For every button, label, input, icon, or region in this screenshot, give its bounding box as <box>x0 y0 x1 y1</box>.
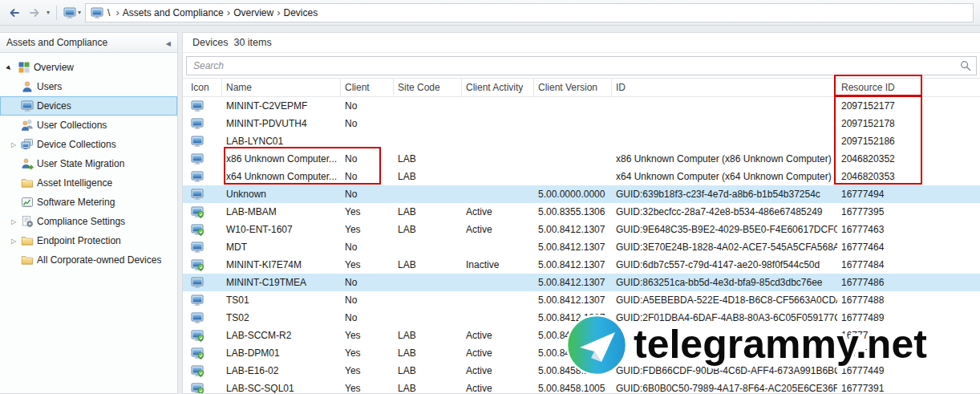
cell-activity <box>462 115 534 132</box>
cell-client: No <box>341 238 394 256</box>
cell-resource: 2046820352 <box>837 150 921 168</box>
sidebar-item-label: Overview <box>34 62 74 73</box>
breadcrumb-item-overview[interactable]: Overview <box>233 7 273 18</box>
table-row[interactable]: TS01No5.00.8412.1307GUID:A5EBEBDA-522E-4… <box>183 291 980 309</box>
breadcrumb-item-devices[interactable]: Devices <box>284 7 318 18</box>
sidebar-item-devices[interactable]: Devices <box>0 96 177 116</box>
sccm-console-window: ▾ ▾ \ ›Assets and Compliance›Overview›De… <box>0 0 980 394</box>
computer-icon <box>183 291 222 309</box>
cell-activity <box>462 132 534 150</box>
cell-name: MININT-C2VEPMF <box>222 97 341 115</box>
folder-icon <box>21 254 34 266</box>
table-row[interactable]: UnknownNo5.00.0000.0000GUID:639b18f3-c23… <box>183 185 980 203</box>
sidebar-item-user-state-migration[interactable]: User State Migration <box>0 154 177 173</box>
navigation-tree: OverviewUsersDevicesUser CollectionsDevi… <box>0 53 177 270</box>
cell-version: 5.00.0000.0000 <box>534 185 612 203</box>
cell-version: 5.00.8412.1307 <box>534 274 612 291</box>
table-row[interactable]: LAB-E16-02YesLABActive5.00.8458.1005GUID… <box>183 362 980 380</box>
forward-button[interactable] <box>26 5 43 21</box>
table-header-row: IconNameClientSite CodeClient ActivityCl… <box>183 78 980 97</box>
tree-expander[interactable] <box>10 141 18 148</box>
column-header-client-version[interactable]: Client Version <box>534 79 612 96</box>
cell-version: 5.00.8412.1307 <box>534 221 612 238</box>
table-row[interactable]: TS02No5.00.8412.1307GUID:2F01DBA4-6DAF-4… <box>183 309 980 327</box>
table-row[interactable]: MDTNo5.00.8412.1307GUID:3E70E24B-1828-4A… <box>183 238 980 256</box>
cell-client: Yes <box>341 362 394 380</box>
table-row[interactable]: x86 Unknown Computer...NoLABx86 Unknown … <box>183 150 980 168</box>
search-bar <box>186 56 977 75</box>
cell-site <box>394 185 462 203</box>
breadcrumb-item-assets-and-compliance[interactable]: Assets and Compliance <box>123 7 224 18</box>
cell-version: 5.00.845 <box>534 344 612 362</box>
table-row[interactable]: x64 Unknown Computer...NoLABx64 Unknown … <box>183 168 980 185</box>
cell-site: LAB <box>394 221 462 238</box>
cell-client: No <box>341 150 394 168</box>
table-row[interactable]: W10-ENT-1607YesLABActive5.00.8412.1307GU… <box>183 221 980 238</box>
column-header-icon[interactable]: Icon <box>183 79 222 96</box>
cell-activity <box>462 150 534 168</box>
search-input[interactable] <box>186 56 977 75</box>
column-header-client[interactable]: Client <box>341 79 394 96</box>
folder-icon <box>21 234 34 247</box>
breadcrumb-icon <box>91 6 103 19</box>
table-row[interactable]: MININT-KI7E74MYesLABInactive5.00.8412.13… <box>183 256 980 274</box>
cell-resource: 16777494 <box>837 185 921 203</box>
computer-icon <box>21 100 34 112</box>
sidebar-item-asset-intelligence[interactable]: Asset Intelligence <box>0 173 177 193</box>
sidebar-item-label: Devices <box>37 100 71 112</box>
cell-client: Yes <box>341 344 394 362</box>
sidebar-item-device-collections[interactable]: Device Collections <box>0 135 177 154</box>
back-button[interactable] <box>6 5 22 21</box>
tree-expander[interactable] <box>10 238 18 245</box>
column-header-id[interactable]: ID <box>612 79 837 96</box>
computer-icon <box>183 115 222 132</box>
sidebar-item-endpoint-protection[interactable]: Endpoint Protection <box>0 231 177 250</box>
cell-name: LAB-SCCM-R2 <box>222 327 341 344</box>
toolbar-divider <box>56 6 57 20</box>
sidebar-header: Assets and Compliance <box>0 33 177 53</box>
tree-expander[interactable] <box>10 218 18 225</box>
history-dropdown-icon[interactable]: ▾ <box>47 10 50 16</box>
cell-client: Yes <box>341 380 394 394</box>
table-row[interactable]: MININT-C2VEPMFNo2097152177 <box>183 97 980 115</box>
console-menu-button[interactable]: ▾ <box>63 6 81 19</box>
table-row[interactable]: LAB-LYNC012097152186 <box>183 132 980 150</box>
column-header-client-activity[interactable]: Client Activity <box>462 79 534 96</box>
cell-site <box>394 115 462 132</box>
cell-site <box>394 291 462 309</box>
computer-icon <box>183 309 222 327</box>
table-row[interactable]: LAB-DPM01YesLABActive5.00.845167774 <box>183 344 980 362</box>
column-header-resource-id[interactable]: Resource ID <box>837 79 921 96</box>
cell-site: LAB <box>394 168 462 185</box>
column-header-name[interactable]: Name <box>222 79 341 96</box>
cell-id <box>612 115 837 132</box>
cell-name: LAB-LYNC01 <box>222 132 341 150</box>
sidebar-item-users[interactable]: Users <box>0 77 177 96</box>
cell-resource: 16777463 <box>837 221 921 238</box>
collapse-sidebar-icon[interactable] <box>166 37 171 48</box>
sidebar-item-compliance-settings[interactable]: Compliance Settings <box>0 212 177 231</box>
tree-expander[interactable] <box>3 63 14 73</box>
table-row[interactable]: LAB-SCCM-R2YesLABActive5.00.845816777 <box>183 327 980 344</box>
sidebar-item-overview[interactable]: Overview <box>0 58 177 77</box>
computer-shield-icon <box>183 256 222 274</box>
device-table-body: MININT-C2VEPMFNo2097152177MININT-PDVUTH4… <box>183 97 980 394</box>
meter-icon <box>21 196 34 209</box>
cell-site <box>394 309 462 327</box>
cell-version <box>534 115 612 132</box>
breadcrumb-root[interactable]: \ <box>106 7 110 18</box>
table-row[interactable]: LAB-MBAMYesLABActive5.00.8355.1306GUID:3… <box>183 203 980 221</box>
sidebar-item-software-metering[interactable]: Software Metering <box>0 193 177 212</box>
sidebar-item-user-collections[interactable]: User Collections <box>0 116 177 135</box>
column-header-site-code[interactable]: Site Code <box>394 79 462 96</box>
sidebar-item-all-corporate-owned-devices[interactable]: All Corporate-owned Devices <box>0 250 177 270</box>
cell-version <box>534 150 612 168</box>
cell-client: No <box>341 291 394 309</box>
search-icon[interactable] <box>960 60 971 71</box>
table-row[interactable]: MININT-PDVUTH4No2097152178 <box>183 115 980 132</box>
table-row[interactable]: LAB-SC-SQL01YesLABActive5.00.8458.1005GU… <box>183 380 980 394</box>
table-row[interactable]: MININT-C19TMEANo5.00.8412.1307GUID:86325… <box>183 274 980 291</box>
cell-name: x86 Unknown Computer... <box>222 150 341 168</box>
computer-icon <box>183 150 222 168</box>
cell-activity: Active <box>462 380 534 394</box>
